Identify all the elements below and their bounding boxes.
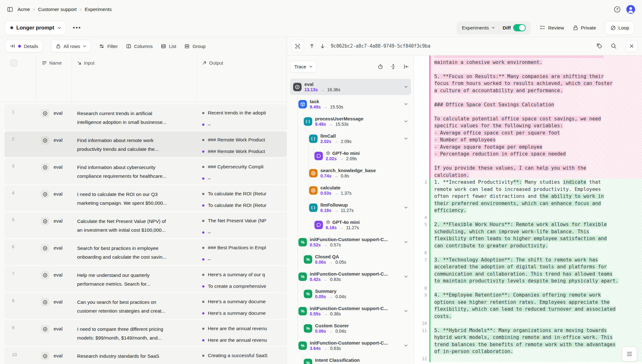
raw-view-toggle-button[interactable] xyxy=(622,346,637,361)
trace-span-row[interactable]: ()llmCall2.02s→2.09s xyxy=(290,130,411,147)
row-number: 6 xyxy=(12,244,14,249)
filter-button[interactable]: Filter xyxy=(99,44,118,49)
span-info: task9.49s→15.53s xyxy=(310,99,343,109)
trace-span-row[interactable]: %Closed QA0.06s→0.05s xyxy=(290,251,411,267)
arrow-icon: → xyxy=(334,139,338,144)
table-row[interactable]: 5evalCalculate the Net Present Value (NP… xyxy=(4,212,287,238)
purple-dot-icon xyxy=(202,258,204,261)
chevron-down-icon[interactable] xyxy=(404,137,408,140)
cube-span-icon xyxy=(298,100,307,108)
trace-span-row[interactable]: %initFunction-Customer support-C...0.52s… xyxy=(290,234,411,250)
row-name: eval xyxy=(54,164,62,170)
span-info: search_knowledge_base0.74s→0.8s xyxy=(320,168,376,178)
more-options-button[interactable]: ••• xyxy=(71,23,82,33)
help-icon[interactable]: ? xyxy=(613,5,621,13)
diff-control: Diff xyxy=(499,24,530,31)
tag-icon[interactable] xyxy=(596,43,603,49)
trace-span-row[interactable]: task9.49s→15.53s xyxy=(290,96,411,112)
trace-span-row[interactable]: search_knowledge_base0.74s→0.8s xyxy=(290,165,411,181)
table-row[interactable]: 6evalSearch for best practices in employ… xyxy=(4,239,287,265)
chevron-down-icon[interactable] xyxy=(404,310,408,312)
chevron-down-icon[interactable] xyxy=(404,344,408,347)
table-row[interactable]: 3evalFind information about cybersecurit… xyxy=(4,158,287,184)
view-dropdown[interactable]: Experiments xyxy=(458,25,498,31)
list-button[interactable]: List xyxy=(161,44,176,49)
duration-current: 0.52s xyxy=(310,242,321,247)
table-row[interactable]: 10evalResearch industry standards for Sa… xyxy=(4,347,287,364)
output-value: The Net Present Value (NP xyxy=(202,217,287,224)
span-info: llmCall2.02s→2.09s xyxy=(320,133,351,144)
table-row[interactable]: 9evalI need to compare three different p… xyxy=(4,320,287,346)
private-button[interactable]: Private xyxy=(573,25,596,31)
columns-button[interactable]: Columns xyxy=(126,44,153,49)
trace-span-row[interactable]: ()processUserMessage9.48s→15.53s xyxy=(290,113,411,129)
close-panel-button[interactable] xyxy=(626,40,638,52)
trace-span-row[interactable]: calculate0.53s→1.37s xyxy=(290,182,411,198)
chevron-down-icon[interactable] xyxy=(404,103,408,105)
tree-guide-line xyxy=(297,285,298,303)
span-name: initFunction-Customer support-C... xyxy=(310,237,388,242)
deleted-text-line: - Percentage reduction in office space n… xyxy=(429,150,642,158)
column-header-label: Name xyxy=(49,60,62,66)
tree-guide-line xyxy=(308,147,309,165)
output-value: – xyxy=(202,256,287,263)
span-durations: 9.48s→15.53s xyxy=(315,122,363,127)
collapse-panel-left-icon[interactable] xyxy=(403,64,409,70)
chevron-down-icon[interactable] xyxy=(404,241,408,243)
diff-line: 5. **Focus on Results:** Many companies … xyxy=(414,73,642,80)
duration-comparison: 15.53s xyxy=(330,104,343,109)
breadcrumb-project[interactable]: Customer support xyxy=(38,7,76,12)
trace-span-row[interactable]: eval13.13s→16.36s xyxy=(290,79,411,95)
trace-span-row[interactable]: GPT-4o mini6.18s→11.27s xyxy=(290,217,411,233)
timing-icon[interactable] xyxy=(377,64,383,70)
diff-line: options see higher retention rates. Empl… xyxy=(414,299,642,306)
trace-span-row[interactable]: %initFunction-Customer support-C...0.42s… xyxy=(290,268,411,285)
output-text: – xyxy=(208,122,211,127)
line-number xyxy=(414,55,429,59)
column-header-input[interactable]: Input xyxy=(77,60,94,66)
rows-filter-dropdown[interactable]: All rows xyxy=(51,40,91,52)
trace-span-row[interactable]: GPT-4o mini2.02s→2.09s xyxy=(290,148,411,164)
group-button[interactable]: Group xyxy=(184,44,206,49)
breadcrumb-section[interactable]: Experiments xyxy=(85,7,112,12)
breadcrumb-org[interactable]: Acme xyxy=(18,7,30,12)
avatar[interactable] xyxy=(626,5,635,14)
next-row-button[interactable] xyxy=(320,43,325,49)
trace-span-row[interactable]: ()llmFollowup6.18s→11.27s xyxy=(290,199,411,216)
trace-span-row[interactable]: %Intent Classification0.13s→0.08s xyxy=(290,355,411,364)
table-row[interactable]: 4evalI need to calculate the ROI on our … xyxy=(4,185,287,211)
diff-line xyxy=(414,66,642,73)
details-button[interactable]: Details xyxy=(5,40,43,52)
output-text: – xyxy=(208,256,211,262)
trace-span-row[interactable]: %initFunction-Customer support-C...0.55s… xyxy=(290,303,411,319)
table-row[interactable]: 2evalFind information about remote workp… xyxy=(4,131,287,157)
table-row[interactable]: 8evalCan you search for best practices o… xyxy=(4,293,287,319)
column-header-name[interactable]: Name xyxy=(42,60,62,66)
select-all-checkbox[interactable] xyxy=(10,60,17,66)
chevron-down-icon[interactable] xyxy=(404,275,408,278)
chevron-down-icon[interactable] xyxy=(404,206,408,209)
trace-span-row[interactable]: %Summary0.05s→0.04s xyxy=(290,286,411,302)
column-header-output[interactable]: Output xyxy=(202,60,223,66)
loop-button[interactable]: Loop xyxy=(605,21,634,35)
review-button[interactable]: Review xyxy=(539,25,564,31)
previous-row-button[interactable] xyxy=(309,43,314,49)
diff-toggle[interactable] xyxy=(513,24,526,31)
chevron-down-icon[interactable] xyxy=(404,120,408,123)
expand-panel-button[interactable] xyxy=(291,40,304,52)
chevron-down-icon[interactable] xyxy=(404,86,408,88)
trace-span-row[interactable]: %initFunction-Customer support-C...3.64s… xyxy=(290,337,411,354)
table-header: Name Input Output xyxy=(0,55,287,102)
trace-view-dropdown[interactable]: Trace xyxy=(290,61,317,72)
table-row[interactable]: 1evalResearch current trends in artifici… xyxy=(4,104,287,130)
search-icon[interactable] xyxy=(611,43,617,49)
trace-span-row[interactable]: %Custom Scorer0.06s→0.04s xyxy=(290,320,411,336)
collapse-rows-icon[interactable] xyxy=(390,64,396,70)
table-row[interactable]: 7evalHelp me understand our quarterlyper… xyxy=(4,266,287,292)
diff-line: - Average office space cost per square f… xyxy=(414,129,642,137)
percent-span-icon: % xyxy=(298,272,307,281)
duration-comparison: 15.53s xyxy=(335,122,349,127)
experiment-selector[interactable]: Longer prompt xyxy=(5,21,66,35)
view-switcher: Experiments Diff xyxy=(457,21,531,34)
sidebar-toggle-icon[interactable] xyxy=(7,6,13,13)
